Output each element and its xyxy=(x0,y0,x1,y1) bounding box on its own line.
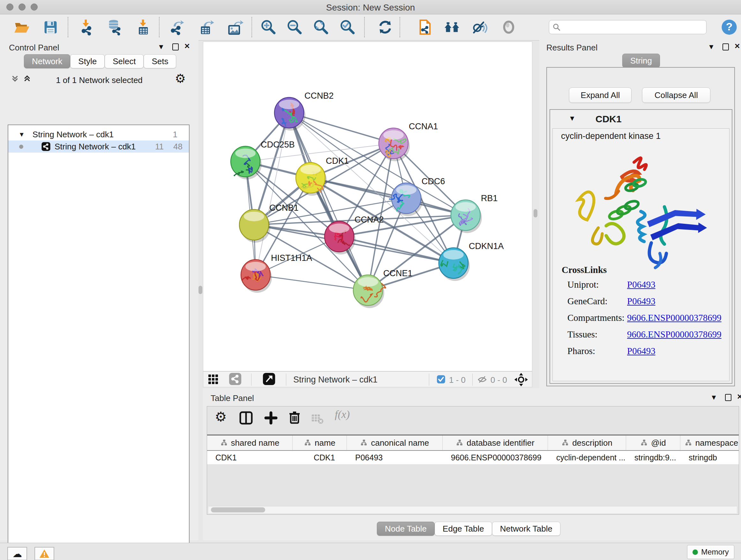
function-builder-button[interactable]: f(x) xyxy=(335,408,350,421)
zoom-fit-icon[interactable] xyxy=(312,18,330,36)
collapse-all-button[interactable]: Collapse All xyxy=(642,87,711,103)
protein-structure-image xyxy=(565,145,712,273)
network-node-cdkn1a[interactable]: CDKN1A xyxy=(439,241,504,281)
tab-sets[interactable]: Sets xyxy=(144,54,176,68)
network-node-ccne1[interactable]: CCNE1 xyxy=(353,268,413,308)
network-node-ccna1[interactable]: CCNA1 xyxy=(379,122,438,161)
column-header-namespace[interactable]: namespace xyxy=(680,435,739,450)
delete-column-trash-icon[interactable] xyxy=(287,410,301,426)
refresh-icon[interactable] xyxy=(376,18,394,36)
collapse-triangle-icon[interactable]: ▼ xyxy=(18,131,25,138)
column-header-database-identifier[interactable]: database identifier xyxy=(443,435,548,450)
cell-name[interactable]: CDK1 xyxy=(293,451,347,464)
crosslinks-heading: CrossLinks xyxy=(562,265,607,275)
panel-float-icon[interactable] xyxy=(172,44,179,51)
section-collapse-icon[interactable]: ▼ xyxy=(569,115,576,122)
delete-table-icon[interactable] xyxy=(311,412,324,426)
cell-namespace[interactable]: stringdb xyxy=(680,451,739,464)
column-header-canonical-name[interactable]: canonical name xyxy=(347,435,443,450)
share-file-icon[interactable] xyxy=(416,18,434,36)
node-section: ▼ CDK1 cyclin-dependent kinase 1 xyxy=(549,109,732,384)
node-description: cyclin-dependent kinase 1 xyxy=(561,131,661,141)
network-node-rb1[interactable]: RB1 xyxy=(451,193,498,233)
panel-close-icon[interactable]: ✕ xyxy=(734,43,740,50)
fit-selected-crosshair-icon[interactable] xyxy=(512,371,530,388)
show-columns-icon[interactable] xyxy=(239,411,253,426)
zoom-out-icon[interactable] xyxy=(285,18,303,36)
search-input[interactable] xyxy=(561,22,703,32)
birds-eye-grid-icon[interactable] xyxy=(205,370,222,388)
vertical-splitter-handle[interactable] xyxy=(534,209,537,217)
selected-checkbox-icon[interactable] xyxy=(436,375,446,385)
string-home-icon[interactable] xyxy=(443,18,461,36)
node-details: cyclin-dependent kinase 1 xyxy=(552,128,730,381)
crosslink-link[interactable]: P06493 xyxy=(627,279,656,290)
export-network-icon[interactable] xyxy=(169,18,187,36)
export-image-icon[interactable] xyxy=(226,18,244,36)
network-row-selected[interactable]: String Network – cdk11148 xyxy=(8,140,189,152)
control-panel-title: Control Panel xyxy=(9,43,59,53)
horizontal-scrollbar[interactable] xyxy=(208,506,737,513)
network-canvas[interactable]: CCNB2CCNA1CDC25BCDK1CDC6RB1CCNB1CCNA2CDK… xyxy=(203,42,532,371)
hide-glasses-icon[interactable] xyxy=(470,18,488,36)
crosslink-link[interactable]: P06493 xyxy=(627,296,656,307)
tab-network-table[interactable]: Network Table xyxy=(492,522,560,536)
panel-menu-icon[interactable]: ▼ xyxy=(708,44,715,51)
table-settings-gear-icon[interactable]: ⚙ xyxy=(215,409,227,425)
create-column-icon[interactable] xyxy=(264,411,278,426)
crosslink-link[interactable]: P06493 xyxy=(627,346,656,356)
export-table-icon[interactable] xyxy=(198,18,215,36)
zoom-selected-icon[interactable] xyxy=(338,18,356,36)
save-session-icon[interactable] xyxy=(42,18,59,36)
import-table-icon[interactable] xyxy=(134,18,152,36)
tab-node-table[interactable]: Node Table xyxy=(377,522,434,536)
eye-icon[interactable] xyxy=(500,18,518,36)
memory-button[interactable]: Memory xyxy=(687,545,734,559)
crosslink-link[interactable]: 9606.ENSP00000378699 xyxy=(627,329,722,340)
help-icon[interactable]: ? xyxy=(720,18,738,36)
vertical-splitter-handle[interactable] xyxy=(199,286,202,294)
panel-close-icon[interactable]: ✕ xyxy=(184,43,190,50)
tab-select[interactable]: Select xyxy=(105,54,144,68)
column-header-name[interactable]: name xyxy=(293,435,347,450)
cell-description[interactable]: cyclin-dependent ... xyxy=(548,451,626,464)
column-header--id[interactable]: @id xyxy=(626,435,680,450)
column-label: database identifier xyxy=(467,438,534,448)
expand-all-button[interactable]: Expand All xyxy=(569,87,631,103)
cell--id[interactable]: stringdb:9... xyxy=(626,451,680,464)
import-network-file-icon[interactable] xyxy=(78,18,96,36)
tab-edge-table[interactable]: Edge Table xyxy=(434,522,492,536)
open-session-icon[interactable] xyxy=(13,18,30,36)
network-collection-row[interactable]: ▼String Network – cdk11 xyxy=(8,128,189,140)
tab-style[interactable]: Style xyxy=(70,54,105,68)
panel-menu-icon[interactable]: ▼ xyxy=(711,394,718,401)
column-header-description[interactable]: description xyxy=(548,435,626,450)
tab-network[interactable]: Network xyxy=(24,54,70,68)
network-node-cdk1[interactable]: CDK1 xyxy=(296,156,349,196)
network-node-ccnb2[interactable]: CCNB2 xyxy=(274,91,334,131)
panel-float-icon[interactable] xyxy=(725,394,731,401)
cell-database-identifier[interactable]: 9606.ENSP00000378699 xyxy=(443,451,548,464)
open-in-new-window-icon[interactable] xyxy=(260,370,278,388)
panel-close-icon[interactable]: ✕ xyxy=(737,393,741,400)
panel-menu-icon[interactable]: ▼ xyxy=(158,44,165,51)
zoom-in-icon[interactable] xyxy=(259,18,277,36)
warnings-button[interactable] xyxy=(35,547,54,560)
panel-float-icon[interactable] xyxy=(723,44,729,51)
cloud-button[interactable]: ☁ xyxy=(7,547,27,560)
crosslink-link[interactable]: 9606.ENSP00000378699 xyxy=(627,313,722,323)
scrollbar-thumb[interactable] xyxy=(211,507,265,512)
search-box[interactable] xyxy=(549,20,706,34)
import-network-database-icon[interactable] xyxy=(105,18,123,36)
network-node-cdc6[interactable]: CDC6 xyxy=(389,177,445,216)
gear-icon[interactable]: ⚙ xyxy=(175,71,186,85)
network-node-hist1h1a[interactable]: HIST1H1A xyxy=(241,253,312,293)
node-label: CCNA1 xyxy=(409,122,438,131)
cell-shared-name[interactable]: CDK1 xyxy=(207,451,293,464)
column-header-shared-name[interactable]: shared name xyxy=(207,435,293,450)
cell-canonical-name[interactable]: P06493 xyxy=(347,451,443,464)
table-row[interactable]: CDK1CDK1P064939606.ENSP00000378699cyclin… xyxy=(207,451,739,464)
network-share-icon[interactable] xyxy=(226,370,244,388)
hidden-eye-icon[interactable] xyxy=(477,374,487,386)
tab-string[interactable]: String xyxy=(622,54,660,68)
